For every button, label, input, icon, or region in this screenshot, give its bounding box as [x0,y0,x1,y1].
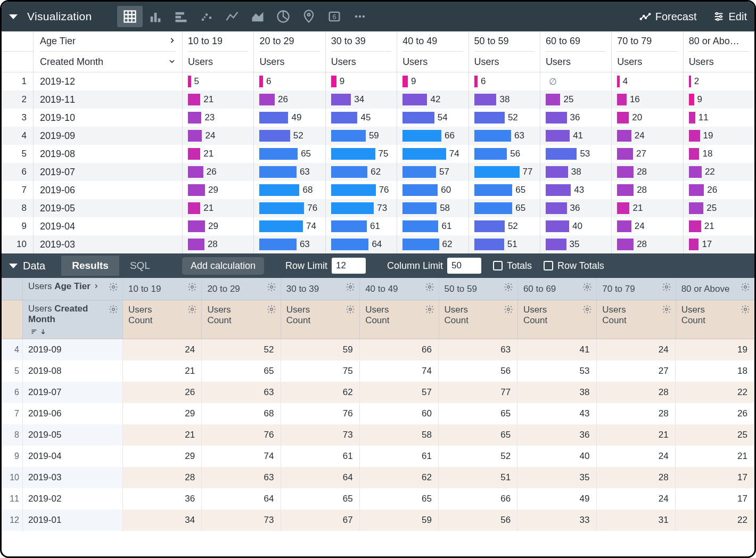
gear-icon[interactable] [267,282,276,293]
gear-icon[interactable] [346,282,355,293]
data-age-header[interactable]: 50 to 59 [439,278,518,300]
viz-type-more-icon[interactable] [347,6,373,27]
gear-icon[interactable] [662,282,671,293]
age-bucket-header[interactable]: 10 to 19 [188,36,223,47]
bar [617,148,633,160]
viz-type-column-icon[interactable] [143,6,168,27]
forecast-button[interactable]: Forecast [639,11,697,23]
totals-checkbox[interactable] [493,261,503,270]
data-measure-header[interactable]: UsersCount [281,300,360,339]
add-calculation-button[interactable]: Add calculation [182,257,264,275]
viz-type-map-icon[interactable] [296,6,322,27]
gear-icon[interactable] [346,305,355,316]
gear-icon[interactable] [504,305,513,316]
value-cell: 24 [597,339,676,360]
value-cell: 22 [676,382,754,403]
value-cell: 60 [397,181,469,199]
viz-type-pie-icon[interactable] [270,6,296,27]
gear-icon[interactable] [741,282,750,293]
gear-icon[interactable] [187,282,197,293]
data-measure-header[interactable]: UsersCount [597,300,676,339]
value-cell: 22 [684,163,754,181]
pivot-header[interactable]: Age Tier [40,31,176,52]
age-bucket-header[interactable]: 20 to 29 [259,36,294,47]
month-cell: 2019-09 [34,127,183,145]
viz-type-single-value-icon[interactable]: 6 [322,6,347,27]
bar [689,239,699,250]
data-measure-header[interactable]: UsersCount [360,300,439,339]
gear-icon[interactable] [741,305,750,316]
row-number: 6 [2,163,34,181]
data-measure-header[interactable]: UsersCount [202,300,281,339]
collapse-caret-icon[interactable] [9,264,18,268]
svg-point-33 [191,286,194,289]
age-bucket-header[interactable]: 80 or Abo… [689,36,739,47]
data-age-header[interactable]: 30 to 39 [281,278,360,300]
bar [546,166,568,178]
value-cell: 17 [684,235,754,253]
svg-point-37 [507,286,510,289]
gear-icon[interactable] [425,282,434,293]
svg-point-46 [191,308,194,311]
gear-icon[interactable] [662,305,671,316]
svg-point-40 [744,286,747,289]
bar [188,130,202,142]
viz-type-scatter-icon[interactable] [194,6,219,27]
row-totals-checkbox[interactable] [544,261,553,270]
age-bucket-header[interactable]: 70 to 79 [617,36,652,47]
age-bucket-header[interactable]: 60 to 69 [546,36,580,47]
value-cell: 75 [281,360,360,382]
column-limit-label: Column Limit [387,260,443,272]
row-number: 4 [2,127,34,145]
gear-icon[interactable] [109,305,118,316]
gear-icon[interactable] [425,305,434,316]
value-cell: 61 [326,217,397,235]
data-age-header[interactable]: 80 or Above [676,278,754,300]
viz-type-line-icon[interactable] [219,6,245,27]
edit-button[interactable]: Edit [713,11,747,23]
data-measure-header[interactable]: UsersCount [439,300,518,339]
tab-results[interactable]: Results [61,256,119,276]
data-age-header[interactable]: 20 to 29 [202,278,281,300]
value-cell: 61 [360,446,439,467]
bar [474,112,505,124]
value-cell: 18 [676,360,754,382]
age-bucket-header[interactable]: 30 to 39 [331,36,366,47]
value-cell: 38 [540,163,612,181]
bar [188,148,200,160]
value-cell: 29 [183,181,254,199]
data-age-header[interactable]: 40 to 49 [360,278,439,300]
data-pivot-header[interactable]: Users Age Tier [23,278,123,300]
gear-icon[interactable] [582,282,592,293]
gear-icon[interactable] [109,282,118,293]
tab-sql[interactable]: SQL [119,256,161,276]
value-cell: ∅ [540,72,612,91]
age-bucket-header[interactable]: 40 to 49 [402,36,437,47]
value-cell: 77 [469,163,540,181]
data-measure-header[interactable]: UsersCount [518,300,597,339]
dimension-header[interactable]: Created Month [40,52,176,72]
age-bucket-header[interactable]: 50 to 59 [474,36,509,47]
value-cell: 21 [597,424,676,446]
data-measure-header[interactable]: UsersCount [123,300,202,339]
gear-icon[interactable] [582,305,592,316]
viz-type-table-icon[interactable] [117,6,143,27]
value-cell: 66 [397,127,469,145]
viz-row: 12019-1256996∅42 [2,72,754,91]
gear-icon[interactable] [267,305,276,316]
gear-icon[interactable] [504,282,513,293]
row-limit-input[interactable] [332,258,366,274]
value-cell: 63 [202,382,281,403]
visualization-table: Age Tier Created Month 10 to 19Users20 t… [2,31,754,253]
viz-type-bar-icon[interactable] [168,6,194,27]
data-age-header[interactable]: 60 to 69 [518,278,597,300]
viz-type-picker: 6 [117,6,373,27]
data-age-header[interactable]: 70 to 79 [597,278,676,300]
data-measure-header[interactable]: UsersCount [676,300,754,339]
data-age-header[interactable]: 10 to 19 [123,278,202,300]
column-limit-input[interactable] [447,258,481,274]
gear-icon[interactable] [187,305,197,316]
collapse-caret-icon[interactable] [9,14,18,19]
viz-type-area-icon[interactable] [245,6,270,27]
data-dimension-header[interactable]: Users Created Month [23,300,123,339]
